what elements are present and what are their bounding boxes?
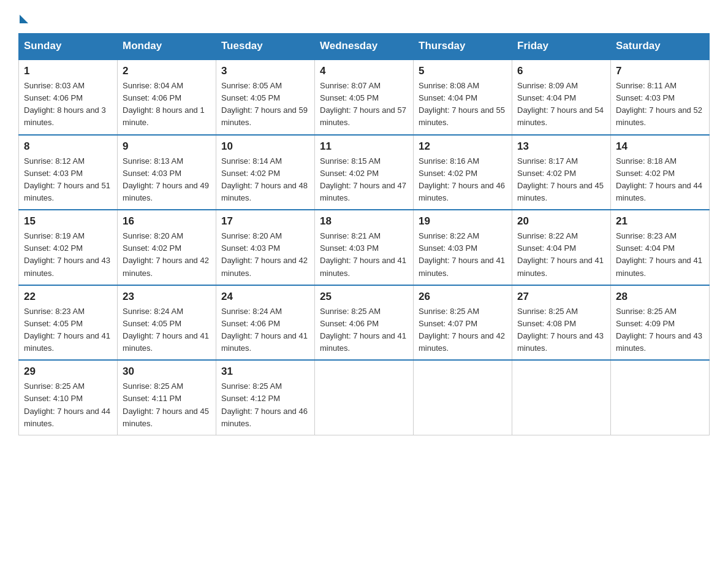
calendar-cell: 21Sunrise: 8:23 AMSunset: 4:04 PMDayligh… bbox=[611, 210, 710, 285]
calendar-cell bbox=[414, 360, 512, 435]
day-info: Sunrise: 8:25 AMSunset: 4:08 PMDaylight:… bbox=[517, 305, 605, 355]
day-info: Sunrise: 8:22 AMSunset: 4:04 PMDaylight:… bbox=[517, 230, 605, 280]
weekday-header-friday: Friday bbox=[512, 34, 611, 59]
calendar-cell: 7Sunrise: 8:11 AMSunset: 4:03 PMDaylight… bbox=[611, 59, 710, 135]
day-number: 7 bbox=[616, 65, 704, 77]
day-number: 19 bbox=[419, 215, 507, 228]
weekday-header-tuesday: Tuesday bbox=[216, 34, 315, 59]
calendar-cell: 13Sunrise: 8:17 AMSunset: 4:02 PMDayligh… bbox=[512, 135, 611, 210]
logo bbox=[18, 12, 28, 21]
weekday-header-wednesday: Wednesday bbox=[315, 34, 414, 59]
day-number: 9 bbox=[123, 140, 211, 153]
day-number: 27 bbox=[517, 291, 605, 303]
day-number: 31 bbox=[221, 366, 309, 378]
day-number: 4 bbox=[320, 65, 408, 77]
weekday-header-thursday: Thursday bbox=[414, 34, 512, 59]
day-number: 16 bbox=[123, 215, 211, 228]
day-info: Sunrise: 8:24 AMSunset: 4:05 PMDaylight:… bbox=[123, 305, 211, 355]
day-number: 2 bbox=[123, 65, 211, 77]
day-info: Sunrise: 8:11 AMSunset: 4:03 PMDaylight:… bbox=[616, 80, 704, 129]
day-number: 18 bbox=[320, 215, 408, 228]
calendar-cell: 19Sunrise: 8:22 AMSunset: 4:03 PMDayligh… bbox=[414, 210, 512, 285]
calendar-cell: 18Sunrise: 8:21 AMSunset: 4:03 PMDayligh… bbox=[315, 210, 414, 285]
day-number: 29 bbox=[24, 366, 112, 378]
day-info: Sunrise: 8:20 AMSunset: 4:03 PMDaylight:… bbox=[221, 230, 309, 280]
day-number: 10 bbox=[221, 140, 309, 153]
calendar-cell: 11Sunrise: 8:15 AMSunset: 4:02 PMDayligh… bbox=[315, 135, 414, 210]
calendar-cell: 31Sunrise: 8:25 AMSunset: 4:12 PMDayligh… bbox=[216, 360, 315, 435]
day-info: Sunrise: 8:16 AMSunset: 4:02 PMDaylight:… bbox=[419, 155, 507, 205]
day-info: Sunrise: 8:25 AMSunset: 4:10 PMDaylight:… bbox=[24, 380, 112, 430]
calendar-cell: 8Sunrise: 8:12 AMSunset: 4:03 PMDaylight… bbox=[19, 135, 118, 210]
calendar-cell: 22Sunrise: 8:23 AMSunset: 4:05 PMDayligh… bbox=[19, 285, 118, 361]
calendar-cell: 23Sunrise: 8:24 AMSunset: 4:05 PMDayligh… bbox=[118, 285, 216, 361]
calendar-cell: 27Sunrise: 8:25 AMSunset: 4:08 PMDayligh… bbox=[512, 285, 611, 361]
day-number: 26 bbox=[419, 291, 507, 303]
calendar-cell: 15Sunrise: 8:19 AMSunset: 4:02 PMDayligh… bbox=[19, 210, 118, 285]
day-info: Sunrise: 8:19 AMSunset: 4:02 PMDaylight:… bbox=[24, 230, 112, 280]
calendar-cell: 2Sunrise: 8:04 AMSunset: 4:06 PMDaylight… bbox=[118, 59, 216, 135]
calendar-cell: 17Sunrise: 8:20 AMSunset: 4:03 PMDayligh… bbox=[216, 210, 315, 285]
day-info: Sunrise: 8:25 AMSunset: 4:09 PMDaylight:… bbox=[616, 305, 704, 355]
day-number: 22 bbox=[24, 291, 112, 303]
day-info: Sunrise: 8:09 AMSunset: 4:04 PMDaylight:… bbox=[517, 80, 605, 129]
calendar-cell: 29Sunrise: 8:25 AMSunset: 4:10 PMDayligh… bbox=[19, 360, 118, 435]
calendar-cell: 14Sunrise: 8:18 AMSunset: 4:02 PMDayligh… bbox=[611, 135, 710, 210]
day-number: 23 bbox=[123, 291, 211, 303]
calendar-cell: 28Sunrise: 8:25 AMSunset: 4:09 PMDayligh… bbox=[611, 285, 710, 361]
weekday-header-monday: Monday bbox=[118, 34, 216, 59]
day-info: Sunrise: 8:08 AMSunset: 4:04 PMDaylight:… bbox=[419, 80, 507, 129]
day-number: 14 bbox=[616, 140, 704, 153]
day-info: Sunrise: 8:17 AMSunset: 4:02 PMDaylight:… bbox=[517, 155, 605, 205]
day-info: Sunrise: 8:24 AMSunset: 4:06 PMDaylight:… bbox=[221, 305, 309, 355]
day-number: 20 bbox=[517, 215, 605, 228]
day-number: 5 bbox=[419, 65, 507, 77]
day-number: 11 bbox=[320, 140, 408, 153]
calendar-table: SundayMondayTuesdayWednesdayThursdayFrid… bbox=[18, 33, 710, 435]
weekday-header-sunday: Sunday bbox=[19, 34, 118, 59]
day-number: 6 bbox=[517, 65, 605, 77]
day-info: Sunrise: 8:14 AMSunset: 4:02 PMDaylight:… bbox=[221, 155, 309, 205]
day-info: Sunrise: 8:25 AMSunset: 4:12 PMDaylight:… bbox=[221, 380, 309, 430]
calendar-cell bbox=[315, 360, 414, 435]
day-info: Sunrise: 8:03 AMSunset: 4:06 PMDaylight:… bbox=[24, 80, 112, 129]
day-number: 17 bbox=[221, 215, 309, 228]
calendar-cell: 4Sunrise: 8:07 AMSunset: 4:05 PMDaylight… bbox=[315, 59, 414, 135]
calendar-cell: 9Sunrise: 8:13 AMSunset: 4:03 PMDaylight… bbox=[118, 135, 216, 210]
day-info: Sunrise: 8:23 AMSunset: 4:05 PMDaylight:… bbox=[24, 305, 112, 355]
calendar-cell: 20Sunrise: 8:22 AMSunset: 4:04 PMDayligh… bbox=[512, 210, 611, 285]
calendar-cell: 12Sunrise: 8:16 AMSunset: 4:02 PMDayligh… bbox=[414, 135, 512, 210]
calendar-cell: 25Sunrise: 8:25 AMSunset: 4:06 PMDayligh… bbox=[315, 285, 414, 361]
calendar-cell: 24Sunrise: 8:24 AMSunset: 4:06 PMDayligh… bbox=[216, 285, 315, 361]
calendar-week-row: 1Sunrise: 8:03 AMSunset: 4:06 PMDaylight… bbox=[19, 59, 710, 135]
logo-arrow-icon bbox=[20, 15, 28, 23]
day-number: 30 bbox=[123, 366, 211, 378]
day-number: 21 bbox=[616, 215, 704, 228]
day-info: Sunrise: 8:07 AMSunset: 4:05 PMDaylight:… bbox=[320, 80, 408, 129]
calendar-cell: 16Sunrise: 8:20 AMSunset: 4:02 PMDayligh… bbox=[118, 210, 216, 285]
day-number: 13 bbox=[517, 140, 605, 153]
calendar-cell: 5Sunrise: 8:08 AMSunset: 4:04 PMDaylight… bbox=[414, 59, 512, 135]
weekday-header-saturday: Saturday bbox=[611, 34, 710, 59]
day-number: 28 bbox=[616, 291, 704, 303]
day-info: Sunrise: 8:05 AMSunset: 4:05 PMDaylight:… bbox=[221, 80, 309, 129]
calendar-week-row: 15Sunrise: 8:19 AMSunset: 4:02 PMDayligh… bbox=[19, 210, 710, 285]
day-number: 12 bbox=[419, 140, 507, 153]
day-number: 24 bbox=[221, 291, 309, 303]
weekday-header-row: SundayMondayTuesdayWednesdayThursdayFrid… bbox=[19, 34, 710, 59]
calendar-week-row: 29Sunrise: 8:25 AMSunset: 4:10 PMDayligh… bbox=[19, 360, 710, 435]
calendar-cell bbox=[611, 360, 710, 435]
day-info: Sunrise: 8:25 AMSunset: 4:11 PMDaylight:… bbox=[123, 380, 211, 430]
day-info: Sunrise: 8:23 AMSunset: 4:04 PMDaylight:… bbox=[616, 230, 704, 280]
day-info: Sunrise: 8:12 AMSunset: 4:03 PMDaylight:… bbox=[24, 155, 112, 205]
day-info: Sunrise: 8:25 AMSunset: 4:06 PMDaylight:… bbox=[320, 305, 408, 355]
calendar-cell bbox=[512, 360, 611, 435]
calendar-week-row: 8Sunrise: 8:12 AMSunset: 4:03 PMDaylight… bbox=[19, 135, 710, 210]
calendar-cell: 6Sunrise: 8:09 AMSunset: 4:04 PMDaylight… bbox=[512, 59, 611, 135]
day-number: 15 bbox=[24, 215, 112, 228]
calendar-cell: 30Sunrise: 8:25 AMSunset: 4:11 PMDayligh… bbox=[118, 360, 216, 435]
day-info: Sunrise: 8:18 AMSunset: 4:02 PMDaylight:… bbox=[616, 155, 704, 205]
calendar-cell: 10Sunrise: 8:14 AMSunset: 4:02 PMDayligh… bbox=[216, 135, 315, 210]
day-number: 8 bbox=[24, 140, 112, 153]
day-info: Sunrise: 8:20 AMSunset: 4:02 PMDaylight:… bbox=[123, 230, 211, 280]
